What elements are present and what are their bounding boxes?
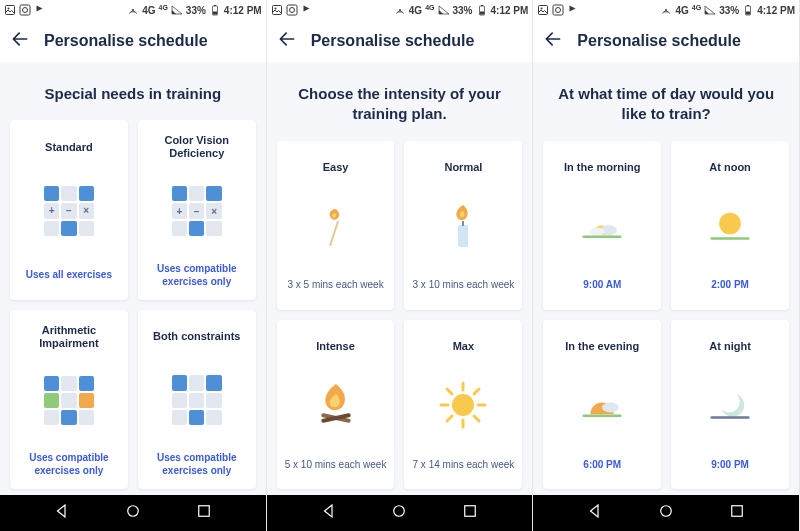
- card-easy[interactable]: Easy 3 x 5 mins each week: [277, 141, 395, 310]
- card-caption: 3 x 10 mins each week: [413, 272, 515, 298]
- card-intense[interactable]: Intense 5 x 10 mins each week: [277, 320, 395, 489]
- svg-line-29: [474, 416, 479, 421]
- nav-back-button[interactable]: [586, 502, 604, 524]
- play-flag-icon: [34, 4, 46, 16]
- card-title: Intense: [316, 334, 355, 360]
- card-standard[interactable]: Standard +−× Uses all exercises: [10, 120, 128, 299]
- android-navbar: [0, 495, 266, 531]
- nav-back-button[interactable]: [53, 502, 71, 524]
- svg-point-45: [719, 213, 741, 235]
- card-color-vision[interactable]: Color Vision Deficiency +−× Uses compati…: [138, 120, 256, 299]
- hotspot-icon: [660, 4, 672, 16]
- card-caption: 2:00 PM: [711, 272, 749, 298]
- nav-home-button[interactable]: [657, 502, 675, 524]
- grid-arith-icon: [44, 358, 94, 443]
- card-caption: 5 x 10 mins each week: [285, 451, 387, 477]
- battery-percent: 33%: [719, 5, 739, 16]
- screen-special-needs: 4G 4G 33% 4:12 PM Personalise schedule S…: [0, 0, 267, 531]
- nav-recent-button[interactable]: [195, 502, 213, 524]
- network-label: 4G: [675, 5, 688, 16]
- grid-both-icon: [172, 358, 222, 443]
- svg-point-1: [8, 8, 10, 10]
- app-header: Personalise schedule: [533, 20, 799, 62]
- nav-back-button[interactable]: [320, 502, 338, 524]
- card-max[interactable]: Max 7 x 14 mins each week: [404, 320, 522, 489]
- app-header: Personalise schedule: [0, 20, 266, 62]
- svg-point-47: [602, 403, 619, 413]
- section-heading: Choose the intensity of your training pl…: [277, 84, 523, 125]
- card-title: Easy: [323, 155, 349, 181]
- svg-rect-51: [732, 506, 743, 517]
- svg-rect-36: [553, 5, 563, 15]
- option-grid: Standard +−× Uses all exercises Color Vi…: [10, 120, 256, 489]
- sun-icon: [438, 368, 488, 443]
- circle-target-icon: [286, 4, 298, 16]
- grid-standard-icon: +−×: [44, 168, 94, 253]
- card-caption: Uses compatible exercises only: [144, 262, 250, 288]
- card-morning[interactable]: In the morning 9:00 AM: [543, 141, 661, 310]
- back-button[interactable]: [10, 29, 30, 53]
- svg-rect-41: [746, 12, 750, 15]
- back-button[interactable]: [543, 29, 563, 53]
- svg-rect-6: [214, 5, 216, 6]
- card-caption: Uses compatible exercises only: [144, 451, 250, 477]
- nav-recent-button[interactable]: [461, 502, 479, 524]
- card-caption: 9:00 PM: [711, 451, 749, 477]
- card-title: Color Vision Deficiency: [144, 134, 250, 160]
- card-title: At noon: [709, 155, 751, 181]
- svg-rect-34: [539, 6, 548, 15]
- card-normal[interactable]: Normal 3 x 10 mins each week: [404, 141, 522, 310]
- nav-recent-button[interactable]: [728, 502, 746, 524]
- card-title: Arithmetic Impairment: [16, 324, 122, 350]
- nav-home-button[interactable]: [124, 502, 142, 524]
- svg-point-50: [661, 506, 672, 517]
- card-title: Normal: [444, 155, 482, 181]
- svg-rect-20: [462, 221, 464, 226]
- svg-line-30: [447, 416, 452, 421]
- signal-icon: [438, 4, 450, 16]
- svg-point-13: [289, 8, 294, 13]
- play-flag-icon: [567, 4, 579, 16]
- image-icon: [537, 4, 549, 16]
- clock: 4:12 PM: [224, 5, 262, 16]
- svg-point-32: [394, 506, 405, 517]
- svg-rect-2: [20, 5, 30, 15]
- page-title: Personalise schedule: [44, 32, 208, 50]
- option-grid: In the morning 9:00 AM At noon 2:00 PM I…: [543, 141, 789, 490]
- app-header: Personalise schedule: [267, 20, 533, 62]
- svg-rect-9: [198, 506, 209, 517]
- svg-point-11: [274, 8, 276, 10]
- network-sup: 4G: [425, 4, 434, 11]
- card-evening[interactable]: In the evening 6:00 PM: [543, 320, 661, 489]
- svg-rect-19: [458, 225, 468, 247]
- card-noon[interactable]: At noon 2:00 PM: [671, 141, 789, 310]
- hotspot-icon: [394, 4, 406, 16]
- android-navbar: [533, 495, 799, 531]
- battery-percent: 33%: [186, 5, 206, 16]
- svg-line-31: [474, 389, 479, 394]
- card-title: Max: [453, 334, 474, 360]
- nav-home-button[interactable]: [390, 502, 408, 524]
- card-both-constraints[interactable]: Both constraints Uses compatible exercis…: [138, 310, 256, 489]
- option-grid: Easy 3 x 5 mins each week Normal 3 x 10 …: [277, 141, 523, 490]
- svg-point-3: [23, 8, 28, 13]
- back-button[interactable]: [277, 29, 297, 53]
- svg-rect-7: [213, 12, 217, 15]
- card-arithmetic[interactable]: Arithmetic Impairment Uses compatible ex…: [10, 310, 128, 489]
- svg-point-43: [590, 228, 605, 236]
- android-navbar: [267, 495, 533, 531]
- card-caption: 9:00 AM: [583, 272, 621, 298]
- network-label: 4G: [142, 5, 155, 16]
- circle-target-icon: [19, 4, 31, 16]
- svg-point-37: [556, 8, 561, 13]
- battery-icon: [742, 4, 754, 16]
- svg-rect-16: [481, 5, 483, 6]
- svg-rect-33: [465, 506, 476, 517]
- network-sup: 4G: [692, 4, 701, 11]
- noon-icon: [705, 189, 755, 264]
- card-title: At night: [709, 334, 751, 360]
- card-night[interactable]: At night 9:00 PM: [671, 320, 789, 489]
- card-title: Standard: [45, 134, 93, 160]
- svg-point-35: [541, 8, 543, 10]
- image-icon: [4, 4, 16, 16]
